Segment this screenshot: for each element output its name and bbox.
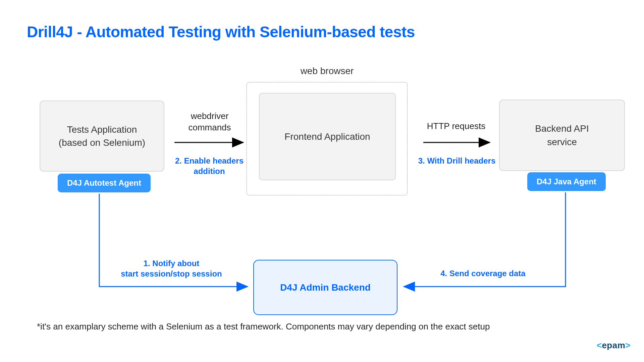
node-backend-label-2: service — [547, 135, 577, 148]
arrow4-label-blue: 4. Send coverage data — [429, 268, 537, 279]
page-title: Drill4J - Automated Testing with Seleniu… — [27, 23, 415, 41]
arrow3-blue-2: start session/stop session — [121, 269, 222, 278]
logo-bracket-left: < — [597, 340, 602, 350]
arrow3-blue-1: 1. Notify about — [144, 259, 200, 268]
arrow1-label-top-2: commands — [188, 122, 231, 132]
node-backend-api: Backend API service — [499, 100, 625, 171]
footnote: *it's an examplary scheme with a Seleniu… — [37, 321, 490, 332]
container-web-browser-label: web browser — [247, 66, 408, 76]
logo-text: epam — [602, 340, 625, 350]
arrow2-label-top: HTTP requests — [416, 121, 496, 132]
node-admin-label: D4J Admin Backend — [280, 282, 371, 293]
diagram-page: Drill4J - Automated Testing with Seleniu… — [0, 0, 644, 362]
logo-bracket-right: > — [625, 340, 631, 350]
node-frontend-application: Frontend Application — [259, 93, 396, 180]
arrow1-blue-1: 2. Enable headers — [175, 156, 244, 165]
tag-java-agent: D4J Java Agent — [527, 172, 606, 191]
node-tests-label-2: (based on Selenium) — [59, 136, 145, 149]
node-backend-label-1: Backend API — [535, 122, 589, 135]
tag-autotest-agent: D4J Autotest Agent — [58, 174, 151, 192]
arrow3-label-blue: 1. Notify about start session/stop sessi… — [106, 258, 237, 279]
node-admin-backend: D4J Admin Backend — [253, 260, 397, 315]
arrow1-label-blue: 2. Enable headers addition — [168, 156, 251, 176]
arrow1-blue-2: addition — [194, 167, 225, 176]
epam-logo: <epam> — [597, 340, 631, 351]
arrow2-label-blue: 3. With Drill headers — [410, 156, 504, 166]
node-tests-label-1: Tests Application — [67, 123, 137, 136]
arrow1-label-top: webdriver commands — [171, 111, 248, 133]
node-tests-application: Tests Application (based on Selenium) — [40, 101, 164, 172]
arrow1-label-top-1: webdriver — [191, 111, 229, 121]
node-frontend-label: Frontend Application — [284, 130, 370, 143]
